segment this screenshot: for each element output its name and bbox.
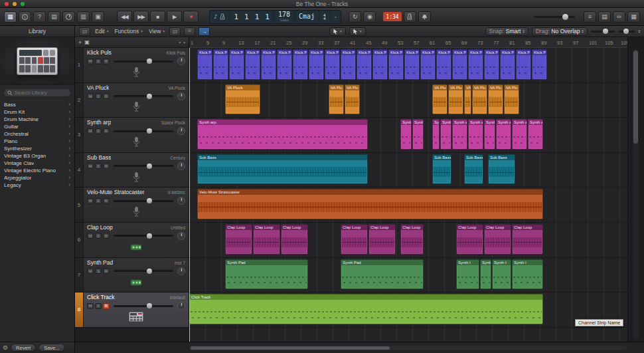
mute-button[interactable]: M <box>87 233 94 239</box>
library-item[interactable]: Legacy› <box>0 181 74 189</box>
region[interactable]: Clap Loop <box>400 224 424 255</box>
mute-button[interactable]: M <box>87 59 94 64</box>
track-sort-button[interactable]: ▾ <box>179 41 181 45</box>
volume-slider[interactable] <box>114 270 173 272</box>
save-button[interactable]: Save... <box>39 344 64 352</box>
volume-slider-thumb[interactable] <box>147 303 152 308</box>
region[interactable]: Synth a <box>496 119 511 150</box>
toolbar-toggle-icon[interactable]: ▤ <box>48 11 60 23</box>
rewind-button[interactable]: ◀◀ <box>117 11 132 23</box>
region[interactable]: Synth a <box>512 119 527 150</box>
region[interactable]: Klick P <box>516 49 531 80</box>
region[interactable]: Synth I <box>480 259 491 290</box>
region[interactable]: Klick P <box>357 49 372 80</box>
mute-button[interactable]: M <box>87 163 94 169</box>
pointer-tool-select[interactable]: ▾ <box>329 27 346 36</box>
region[interactable]: Sub Bass <box>488 154 515 185</box>
region[interactable]: VA Plu <box>464 84 471 115</box>
region[interactable]: VA Plu <box>432 84 447 115</box>
region[interactable]: Synth I <box>456 259 479 290</box>
record-enable-button[interactable]: R <box>103 268 110 274</box>
region[interactable]: Klick P <box>420 49 436 80</box>
volume-slider-thumb[interactable] <box>147 233 152 239</box>
volume-slider-thumb[interactable] <box>147 94 152 99</box>
region[interactable]: Klick P <box>404 49 420 80</box>
region[interactable]: Klick P <box>468 49 483 80</box>
region[interactable]: Synth a <box>528 119 543 150</box>
horizontal-zoom-slider[interactable] <box>591 31 615 33</box>
record-button[interactable]: ● <box>183 11 199 23</box>
region[interactable]: Klick P <box>500 49 515 80</box>
region[interactable]: Clap Loop <box>341 224 368 255</box>
lcd-time-signature[interactable]: 4 4 <box>319 11 331 23</box>
pan-knob[interactable] <box>177 302 185 310</box>
drag-select[interactable]: Drag: No Overlap ▴▾ <box>532 27 588 36</box>
region[interactable]: Klick P <box>341 49 356 80</box>
region[interactable]: Sub Bass <box>197 154 368 185</box>
mute-button[interactable]: M <box>87 128 94 134</box>
lcd-key-section[interactable]: Cmaj <box>295 11 319 23</box>
record-enable-button[interactable]: R <box>103 59 110 64</box>
mute-button[interactable]: M <box>87 93 94 99</box>
region[interactable]: Klick P <box>388 49 404 80</box>
region[interactable]: Klick P <box>261 49 276 80</box>
region[interactable]: Clap Loop <box>225 224 252 255</box>
region[interactable]: Clap Loop <box>484 224 511 255</box>
mute-button[interactable]: M <box>87 198 94 204</box>
volume-slider[interactable] <box>114 200 173 202</box>
master-volume-thumb[interactable] <box>562 14 568 20</box>
region[interactable]: Klick P <box>277 49 292 80</box>
library-item[interactable]: Guitar› <box>0 123 74 130</box>
track-header[interactable]: 2VA PluckVA PluckMSR <box>75 83 189 118</box>
list-editors-icon[interactable]: ≡ <box>584 11 596 23</box>
library-item[interactable]: Arpeggiator› <box>0 174 74 181</box>
browsers-icon[interactable]: ▦ <box>627 11 640 23</box>
region[interactable]: VA Pluck <box>225 84 260 115</box>
solo-button[interactable]: S <box>95 128 102 134</box>
library-item[interactable]: Synthesizer› <box>0 145 74 152</box>
quick-help-icon[interactable]: ? <box>33 11 46 23</box>
region[interactable]: Synth I <box>512 259 543 290</box>
pan-knob[interactable] <box>177 92 185 100</box>
snap-to-grid-icon[interactable]: ⌗ <box>184 27 195 36</box>
track-header[interactable]: 1Klick PulsKlick PulsMSR <box>75 48 189 83</box>
apple-loops-icon[interactable]: ∞ <box>613 11 625 23</box>
track-lane[interactable]: VA PluckVA PluVA PluVA PluVA PluVA PluVA… <box>189 83 627 118</box>
volume-slider-thumb[interactable] <box>147 269 152 274</box>
record-enable-button[interactable]: R <box>103 198 110 204</box>
duplicate-track-button[interactable]: ▣ <box>84 39 90 45</box>
track-lane[interactable]: Sub BassSub BassSub BassSub Bass <box>189 153 627 188</box>
pan-knob[interactable] <box>177 267 185 275</box>
volume-slider[interactable] <box>114 95 173 97</box>
region[interactable]: VA Plu <box>448 84 463 115</box>
region[interactable]: VA Plu <box>345 84 360 115</box>
functions-menu[interactable]: Functions▾ <box>113 28 144 35</box>
count-in-bell-icon[interactable] <box>418 11 431 23</box>
region[interactable]: Sub Bass <box>432 154 451 185</box>
record-enable-button[interactable]: R <box>103 163 110 169</box>
mute-button[interactable]: M <box>87 268 94 274</box>
library-item[interactable]: Vintage Electric Piano› <box>0 167 74 174</box>
editors-icon[interactable]: ▣ <box>92 11 104 23</box>
region[interactable]: Clap Loop <box>368 224 396 255</box>
track-header[interactable]: 6Clap LoopUntitledMSR <box>75 223 189 258</box>
solo-button[interactable]: S <box>95 93 102 99</box>
region[interactable]: Klick P <box>484 49 499 80</box>
library-item[interactable]: Vintage Clav› <box>0 160 74 167</box>
region[interactable]: Synth Pad <box>225 259 308 290</box>
library-search[interactable] <box>3 88 71 97</box>
region[interactable]: Klick P <box>213 49 228 80</box>
region[interactable]: Klick P <box>436 49 451 80</box>
region[interactable]: Synth a <box>468 119 483 150</box>
region[interactable]: Klick P <box>197 49 212 80</box>
region[interactable]: Click Track <box>189 294 543 324</box>
track-lane[interactable]: Synth PadSynth PadSynth ISynth ISynth IS… <box>189 258 627 293</box>
region[interactable]: VA Plu <box>488 84 503 115</box>
volume-slider-thumb[interactable] <box>147 198 152 203</box>
horizontal-scrollbar[interactable] <box>189 346 627 350</box>
region[interactable]: Synth arp <box>197 119 368 150</box>
solo-button[interactable]: S <box>95 59 102 64</box>
revert-button[interactable]: Revert <box>11 344 36 352</box>
region[interactable]: VA Plu <box>472 84 487 115</box>
solo-button[interactable]: S <box>95 303 102 309</box>
